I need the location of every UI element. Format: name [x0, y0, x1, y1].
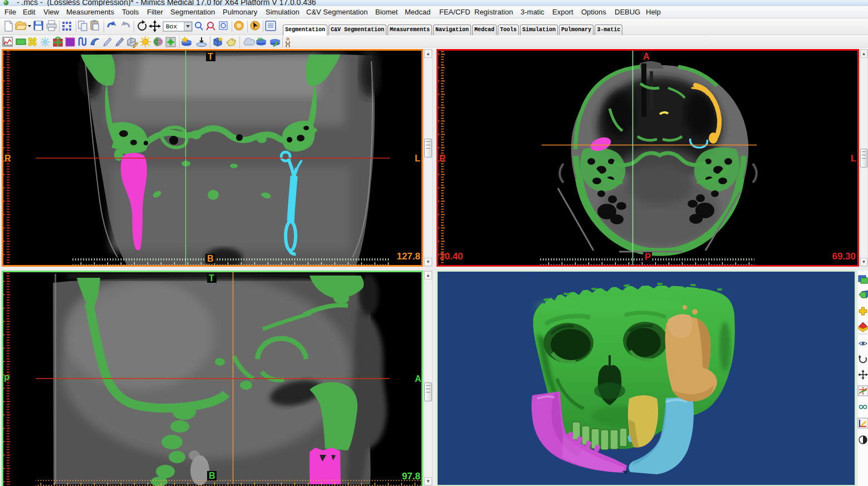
svg-text:L: L — [415, 154, 420, 163]
svg-text:L: L — [851, 154, 856, 163]
svg-text:30.40: 30.40 — [439, 251, 463, 262]
svg-text:Box: Box — [166, 23, 177, 30]
svg-text:T: T — [209, 273, 214, 283]
svg-text:97.8: 97.8 — [402, 471, 420, 482]
svg-text:A: A — [643, 52, 650, 61]
svg-text:127.8: 127.8 — [396, 251, 420, 262]
svg-text:R: R — [4, 154, 11, 163]
svg-text:B: B — [209, 471, 215, 480]
svg-text:A: A — [415, 374, 421, 384]
svg-text:P: P — [4, 374, 10, 384]
svg-text:P: P — [645, 252, 651, 262]
svg-text:T: T — [208, 52, 213, 61]
svg-text:3D: 3D — [257, 37, 263, 42]
svg-text:69.30: 69.30 — [832, 251, 856, 262]
svg-text:R: R — [439, 154, 446, 163]
svg-text:B: B — [207, 254, 214, 263]
